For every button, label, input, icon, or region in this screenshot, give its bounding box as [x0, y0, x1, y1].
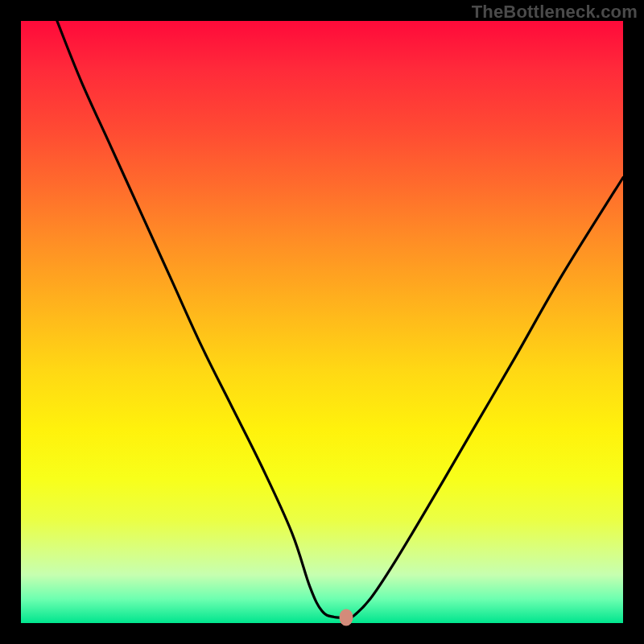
chart-frame: TheBottleneck.com: [0, 0, 644, 644]
chart-gradient-background: [21, 21, 623, 623]
attribution-text: TheBottleneck.com: [472, 2, 638, 23]
optimal-point-marker: [339, 609, 353, 625]
